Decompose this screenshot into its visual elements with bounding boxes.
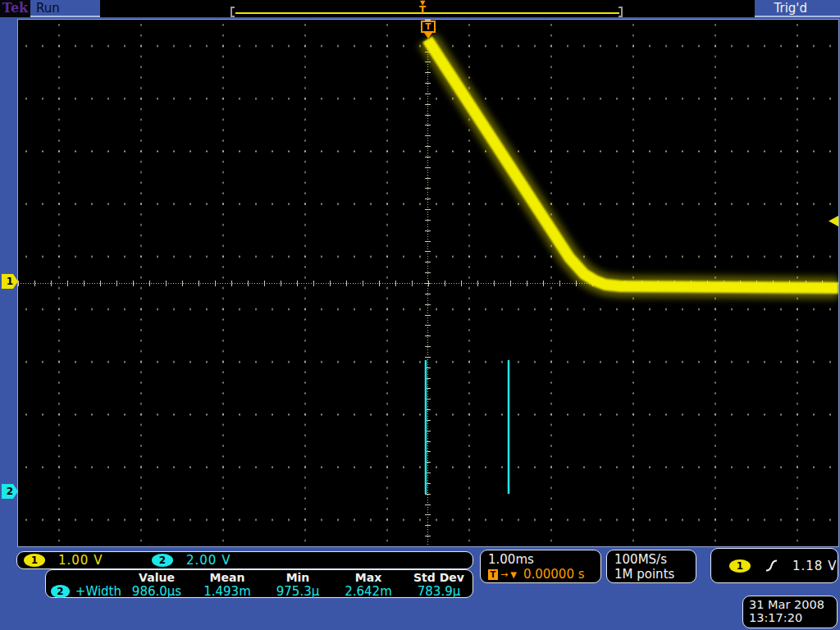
date-value: 31 Mar 2008 bbox=[749, 598, 831, 611]
timebase-value: 1.00ms bbox=[488, 552, 593, 567]
time-value: 13:17:20 bbox=[749, 611, 831, 624]
horizontal-readout: 1.00ms T → ▼ 0.00000 s bbox=[480, 550, 601, 583]
channel2-ground-marker: 2 bbox=[2, 484, 18, 499]
waveform-plot bbox=[18, 20, 838, 546]
acquisition-status: Run bbox=[36, 1, 60, 16]
meas-header-value: Value bbox=[121, 571, 192, 584]
record-position-indicator: ▼ T bbox=[100, 0, 755, 17]
channel1-badge: 1 bbox=[24, 554, 45, 567]
meas-header-min: Min bbox=[262, 571, 333, 584]
acquisition-readout: 100MS/s 1M points bbox=[606, 550, 696, 583]
tek-logo: Tek bbox=[0, 0, 30, 17]
meas-value: 986.0µs bbox=[121, 584, 192, 599]
meas-header-stddev: Std Dev bbox=[404, 571, 474, 584]
meas-header-mean: Mean bbox=[192, 571, 262, 584]
meas-header-max: Max bbox=[333, 571, 404, 584]
meas-max: 2.642m bbox=[333, 584, 404, 599]
trigger-status: Trig'd bbox=[774, 1, 807, 16]
channel-scale-readout: 1 1.00 V 2 2.00 V bbox=[16, 551, 473, 569]
record-bracket-right bbox=[619, 7, 623, 17]
meas-mean: 1.493m bbox=[192, 584, 262, 599]
measurement-value-row: 2 +Width 986.0µs 1.493m 975.3µ 2.642m 78… bbox=[46, 584, 472, 597]
graticule-display: T bbox=[17, 19, 839, 547]
trigger-position-icon: ▼ T bbox=[416, 0, 429, 16]
trigger-readout: 1 1.18 V bbox=[710, 548, 838, 583]
top-status-bar: Tek Run ▼ T Trig'd bbox=[0, 0, 840, 17]
measurement-readout: Value Mean Min Max Std Dev 2 +Width 986.… bbox=[45, 569, 473, 598]
trigger-source-badge: 1 bbox=[729, 559, 751, 573]
trigger-position-value: 0.00000 s bbox=[523, 567, 585, 582]
ch2-trace bbox=[18, 360, 838, 494]
measurement-name: +Width bbox=[75, 584, 121, 599]
record-length: 1M points bbox=[614, 567, 688, 582]
channel2-scale: 2.00 V bbox=[186, 553, 231, 568]
arrow-right-icon: → bbox=[500, 569, 508, 580]
record-bracket-left bbox=[231, 7, 235, 17]
trigger-flag-pointer-icon bbox=[424, 33, 432, 39]
arrow-down-icon: ▼ bbox=[510, 570, 517, 579]
channel2-badge: 2 bbox=[152, 554, 173, 567]
meas-stddev: 783.9µ bbox=[404, 584, 474, 599]
trigger-t-box-icon: T bbox=[488, 569, 498, 580]
channel1-ground-marker: 1 bbox=[2, 274, 18, 289]
measurement-channel-badge: 2 bbox=[51, 585, 70, 598]
sample-rate: 100MS/s bbox=[614, 552, 688, 567]
ch1-trace bbox=[18, 39, 838, 288]
trigger-flag-icon: T bbox=[421, 21, 436, 33]
trigger-point-flag: T bbox=[420, 21, 436, 39]
channel1-scale: 1.00 V bbox=[58, 553, 122, 568]
datetime-readout: 31 Mar 2008 13:17:20 bbox=[742, 596, 838, 628]
meas-min: 975.3µ bbox=[262, 584, 333, 599]
trigger-position-readout: T → ▼ 0.00000 s bbox=[488, 567, 593, 582]
trigger-t-icon: T bbox=[416, 6, 429, 16]
ch1-segment-core bbox=[427, 39, 838, 288]
trigger-level-value: 1.18 V bbox=[792, 559, 837, 573]
rising-edge-icon bbox=[765, 559, 778, 573]
ch1-segment-halo bbox=[427, 39, 838, 288]
measurement-header-row: Value Mean Min Max Std Dev bbox=[46, 571, 472, 584]
